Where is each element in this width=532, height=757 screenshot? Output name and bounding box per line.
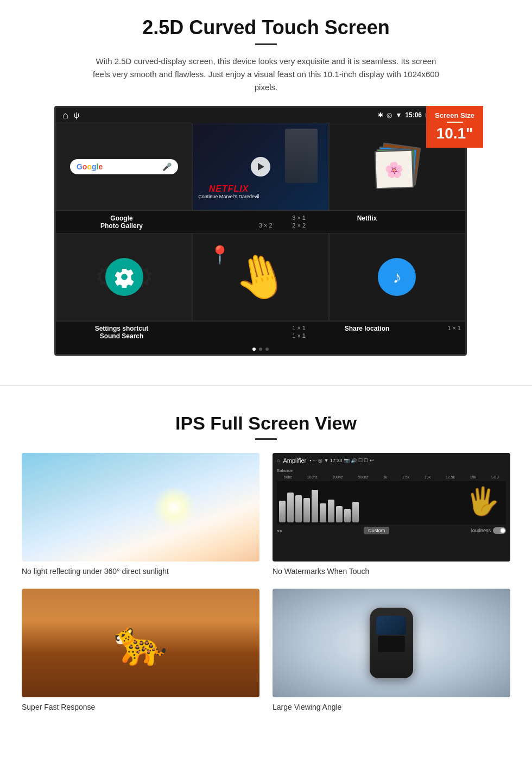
settings-size: 1 × 1 [183,325,306,332]
netflix-label: Netflix [306,215,428,222]
screen-size-badge: Screen Size 10.1" [426,106,483,148]
amp-bar-5 [312,490,318,522]
android-screen: ⌂ ψ ✱ ◎ ▼ 15:06 ⊡ ◁) ⊠ ▭ [54,106,467,356]
gear-svg-icon [113,266,135,288]
google-cell-inner: Google 🎤 [56,123,192,210]
features-grid: No light reflecting under 360° direct su… [22,453,510,711]
amplifier-image: ⌂ Amplifier ▪ ··· ◎ ▼ 17:33 📷 🔊 ☐ ☐ ↩ Ba… [273,453,510,562]
sound-size: 1 × 1 [183,332,306,340]
amp-bar-1 [279,501,286,522]
car-roof [378,636,405,652]
gmaps-icon: 📍 [209,244,231,265]
watermarks-label: No Watermarks When Touch [273,567,510,576]
badge-label: Screen Size [435,111,474,119]
sound-cell-bg: ♪ [330,234,465,320]
loudness-label: loudness [471,528,491,533]
dot-3 [265,348,269,351]
feature-fast-response: 🐆 Super Fast Response [22,589,259,711]
amp-header: ⌂ Amplifier ▪ ··· ◎ ▼ 17:33 📷 🔊 ☐ ☐ ↩ [277,457,506,464]
amp-icons: ▪ ··· ◎ ▼ 17:33 📷 🔊 ☐ ☐ ↩ [309,458,374,463]
status-time: 15:06 [405,111,422,119]
google-cell-bg: Google 🎤 [56,123,192,210]
google-size: 3 × 1 [183,215,306,222]
amp-home-icon: ⌂ [277,458,280,463]
share-label: Share location [306,325,428,332]
sunlight-label: No light reflecting under 360° direct su… [22,567,259,576]
bluetooth-icon: ✱ [378,111,383,119]
dot-2 [259,348,262,351]
car-background [273,589,510,697]
photo-card-4: 🌸 [375,150,414,189]
amp-loudness: loudness [471,527,506,534]
location-icon: ◎ [387,111,392,119]
badge-size: 10.1" [436,125,473,142]
loudness-toggle[interactable] [493,527,506,534]
cheetah-emoji: 🐆 [113,617,168,668]
sound-search-app-cell[interactable]: ♪ [329,233,465,321]
status-left-icons: ⌂ ψ [62,110,79,121]
netflix-cell-bg: NETFLIX Continue Marvel's Daredevil [193,123,328,210]
netflix-cell-inner: NETFLIX Continue Marvel's Daredevil [193,123,328,210]
section-divider-hr [0,385,532,386]
device-mockup: Screen Size 10.1" ⌂ ψ ✱ ◎ ▼ 15:06 ⊡ ◁) [54,106,478,356]
section-ips-screen: IPS Full Screen View No light reflecting… [0,402,532,728]
sound-cell-inner: ♪ [330,234,465,320]
amp-custom-button[interactable]: Custom [364,527,389,534]
settings-icon-outer [105,258,143,296]
section1-title: 2.5D Curved Touch Screen [22,16,510,39]
settings-app-cell[interactable]: ⚙⚙ [56,233,192,321]
sound-label: Sound Search [60,332,183,340]
status-bar: ⌂ ψ ✱ ◎ ▼ 15:06 ⊡ ◁) ⊠ ▭ [56,108,465,123]
settings-cell-bg: ⚙⚙ [56,234,192,320]
app-grid-row2: ⚙⚙ 📍 [56,233,465,321]
amp-bar-8 [336,506,343,522]
usb-icon: ψ [74,111,79,119]
netflix-play-button[interactable] [251,157,270,176]
mic-icon: 🎤 [162,162,172,171]
section2-divider [255,438,277,440]
home-icon[interactable]: ⌂ [62,110,68,121]
dot-1 [252,348,256,351]
google-search-bar[interactable]: Google 🎤 [70,159,178,174]
car-image [273,589,510,697]
share-location-app-cell[interactable]: 📍 🤚 [192,233,328,321]
touch-hand-icon: 🤚 [228,245,294,309]
car-windshield [376,616,406,635]
gallery-size: 3 × 2 2 × 2 [183,222,306,230]
google-logo: Google [77,162,103,171]
app-grid-row1: Google 🎤 [56,123,465,211]
netflix-app-cell[interactable]: NETFLIX Continue Marvel's Daredevil [192,123,328,211]
amp-bottom: << Custom loudness [277,527,506,534]
car-top-view [370,608,413,678]
sunlight-image [22,453,259,562]
app-label-row2: Settings shortcut 1 × 1 Share location 1… [56,321,465,344]
netflix-size [428,215,461,222]
pagination-dots [56,344,465,354]
amp-bar-2 [287,493,294,522]
feature-sunlight: No light reflecting under 360° direct su… [22,453,259,576]
google-label: Google [60,215,183,222]
toggle-knob [501,528,505,533]
music-icon-circle: ♪ [378,258,416,296]
settings-label: Settings shortcut [60,325,183,332]
amp-title: Amplifier [283,457,306,464]
netflix-brand: NETFLIX Continue Marvel's Daredevil [198,184,259,199]
share-cell-inner: 📍 🤚 [193,234,328,320]
share-size: 1 × 1 [428,325,461,332]
music-note-icon: ♪ [392,267,401,287]
amp-nav-icon: << [277,528,282,533]
amp-bar-9 [344,509,351,522]
app-label-row1: Google 3 × 1 Netflix Photo Gallery 3 × 2… [56,211,465,233]
signal-icon: ▼ [395,111,402,119]
feature-viewing-angle: Large Viewing Angle [273,589,510,711]
google-app-cell[interactable]: Google 🎤 [56,123,192,211]
cheetah-background: 🐆 [22,589,259,697]
section-curved-screen: 2.5D Curved Touch Screen With 2.5D curve… [0,0,532,369]
badge-divider [447,122,463,123]
amp-bar-7 [328,500,334,522]
share-cell-bg: 📍 🤚 [193,234,328,320]
play-triangle-icon [258,163,264,171]
cheetah-image: 🐆 [22,589,259,697]
amplifier-screen: ⌂ Amplifier ▪ ··· ◎ ▼ 17:33 📷 🔊 ☐ ☐ ↩ Ba… [273,453,510,562]
viewing-angle-label: Large Viewing Angle [273,703,510,711]
